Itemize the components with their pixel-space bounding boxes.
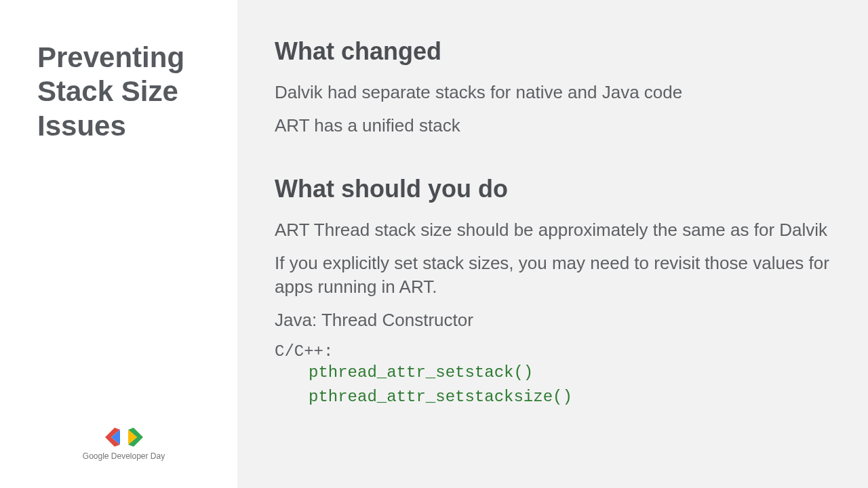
code-language-label: C/C++: bbox=[275, 342, 831, 361]
section-heading-what-changed: What changed bbox=[275, 37, 831, 66]
body-text: ART has a unified stack bbox=[275, 114, 831, 138]
google-dev-logo-icon bbox=[104, 427, 144, 447]
body-text: Java: Thread Constructor bbox=[275, 308, 831, 332]
slide-title: Preventing Stack Size Issues bbox=[37, 41, 217, 143]
body-text: Dalvik had separate stacks for native an… bbox=[275, 81, 831, 104]
footer-logo: Google Developer Day bbox=[31, 427, 217, 461]
code-snippet: pthread_attr_setstacksize() bbox=[309, 385, 831, 409]
sidebar: Preventing Stack Size Issues Google Deve… bbox=[0, 0, 237, 488]
body-text: If you explicitly set stack sizes, you m… bbox=[275, 251, 831, 299]
main-content: What changed Dalvik had separate stacks … bbox=[237, 0, 868, 488]
code-snippet: pthread_attr_setstack() bbox=[309, 361, 831, 385]
body-text: ART Thread stack size should be approxim… bbox=[275, 218, 831, 242]
footer-logo-text: Google Developer Day bbox=[83, 451, 165, 461]
section-heading-what-should-you-do: What should you do bbox=[275, 175, 831, 203]
